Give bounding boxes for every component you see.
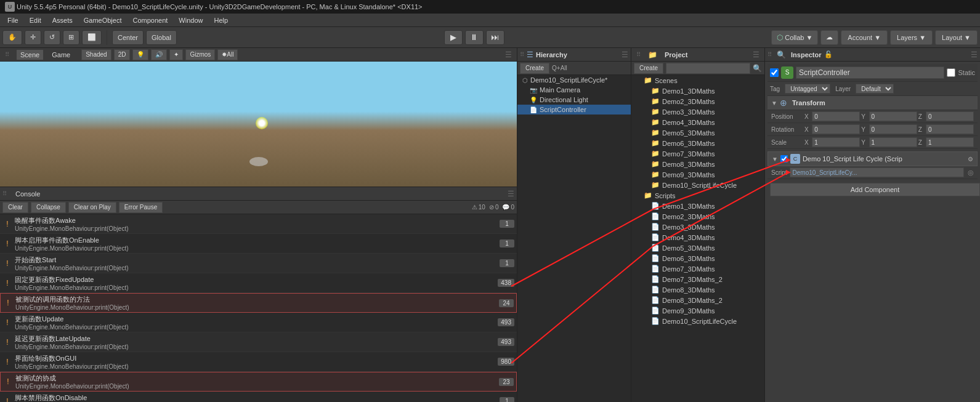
scale-x-input[interactable] [812, 137, 860, 147]
lock-icon[interactable]: 🔓 [824, 50, 833, 58]
hierarchy-menu-icon[interactable]: ☰ [622, 50, 628, 59]
object-active-checkbox[interactable] [770, 68, 779, 77]
component-active-checkbox[interactable] [780, 155, 788, 163]
menu-file[interactable]: File [2, 15, 23, 25]
project-item[interactable]: 📄Demo5_3DMaths [631, 243, 764, 253]
step-button[interactable]: ⏭ [486, 30, 504, 45]
position-x-input[interactable] [812, 111, 860, 121]
project-item[interactable]: 📄Demo7_3DMaths [631, 263, 764, 274]
menu-assets[interactable]: Assets [47, 15, 78, 25]
scale-tool-button[interactable]: ⊞ [63, 30, 79, 45]
project-item[interactable]: 📄Demo7_3DMaths_2 [631, 274, 764, 284]
project-item[interactable]: 📁Demo7_3DMaths [631, 148, 764, 159]
project-menu-icon[interactable]: ☰ [753, 50, 759, 59]
light-toggle[interactable]: 💡 [132, 49, 148, 60]
scene-view[interactable] [0, 62, 517, 187]
scene-tab[interactable]: Scene [17, 50, 43, 60]
console-menu-icon[interactable]: ☰ [508, 190, 514, 198]
rotate-tool-button[interactable]: ↺ [44, 30, 60, 45]
error-pause-button[interactable]: Error Pause [119, 202, 163, 213]
project-item[interactable]: 📄Demo4_3DMaths [631, 232, 764, 243]
project-item[interactable]: 📁Demo9_3DMaths [631, 169, 764, 180]
layers-button[interactable]: Layers ▼ [890, 30, 933, 45]
tag-dropdown[interactable]: Untagged [785, 84, 830, 94]
position-z-input[interactable] [926, 111, 974, 121]
audio-toggle[interactable]: 🔊 [151, 49, 167, 60]
rotation-x-input[interactable] [812, 124, 860, 134]
clear-button[interactable]: Clear [2, 202, 28, 213]
effects-toggle[interactable]: ✦ [169, 49, 183, 60]
move-tool-button[interactable]: ✛ [25, 30, 41, 45]
menu-help[interactable]: Help [209, 15, 233, 25]
collab-button[interactable]: ⬡ Collab ▼ [771, 30, 818, 45]
hand-tool-button[interactable]: ✋ [2, 30, 22, 45]
project-item[interactable]: 📁Demo1_3DMaths [631, 86, 764, 96]
panel-menu-icon[interactable]: ☰ [505, 50, 512, 59]
position-y-input[interactable] [869, 111, 917, 121]
project-item[interactable]: 📄Demo1_3DMaths [631, 201, 764, 211]
game-tab[interactable]: Game [48, 50, 74, 60]
project-item[interactable]: 📁Demo4_3DMaths [631, 117, 764, 127]
shaded-button[interactable]: Shaded [81, 49, 111, 60]
script-picker-icon[interactable]: ◎ [968, 169, 974, 177]
console-tab[interactable]: Console [12, 189, 44, 199]
hierarchy-item[interactable]: 📷Main Camera [517, 85, 631, 95]
project-item[interactable]: 📁Scenes [631, 75, 764, 86]
static-checkbox[interactable] [947, 68, 955, 77]
inspector-menu-icon[interactable]: ☰ [971, 50, 978, 59]
scale-y-input[interactable] [869, 137, 917, 147]
hierarchy-item[interactable]: ⬡Demo10_ScriptLifeCycle* [517, 75, 631, 85]
project-item[interactable]: 📄Demo8_3DMaths_2 [631, 295, 764, 305]
layer-dropdown[interactable]: Default [856, 84, 894, 94]
console-row[interactable]: !更新函数UpdateUnityEngine.MonoBehaviour:pri… [0, 313, 517, 332]
add-component-button[interactable]: Add Component [770, 183, 980, 196]
rect-tool-button[interactable]: ⬜ [82, 30, 102, 45]
global-button[interactable]: Global [146, 30, 177, 45]
console-row[interactable]: !延迟更新函数LateUpdateUnityEngine.MonoBehavio… [0, 332, 517, 352]
console-row[interactable]: !脚本启用事件函数OnEnableUnityEngine.MonoBehavio… [0, 234, 517, 254]
gizmos-button[interactable]: Gizmos [185, 49, 215, 60]
play-button[interactable]: ▶ [444, 30, 463, 45]
hierarchy-item[interactable]: 📄ScriptController [517, 105, 631, 115]
console-row[interactable]: !开始函数StartUnityEngine.MonoBehaviour:prin… [0, 254, 517, 273]
clear-on-play-button[interactable]: Clear on Play [68, 202, 116, 213]
project-item[interactable]: 📁Demo3_3DMaths [631, 107, 764, 117]
pause-button[interactable]: ⏸ [465, 30, 484, 45]
cloud-button[interactable]: ☁ [820, 30, 838, 45]
rotation-y-input[interactable] [869, 124, 917, 134]
project-item[interactable]: 📁Demo8_3DMaths [631, 159, 764, 169]
project-item[interactable]: 📁Demo10_ScriptLifeCycle [631, 180, 764, 190]
center-button[interactable]: Center [112, 30, 144, 45]
project-item[interactable]: 📄Demo8_3DMaths [631, 284, 764, 295]
hierarchy-all-btn[interactable]: Q+All [552, 65, 567, 71]
object-name-input[interactable] [796, 66, 944, 79]
account-button[interactable]: Account ▼ [841, 30, 888, 45]
all-tag-button[interactable]: ✸All [217, 49, 238, 60]
project-create-button[interactable]: Create [634, 63, 663, 74]
menu-window[interactable]: Window [174, 15, 208, 25]
menu-component[interactable]: Component [128, 15, 172, 25]
search-icon[interactable]: 🔍 [753, 64, 762, 73]
script-component-header[interactable]: ▼ C Demo 10_Script Life Cycle (Scrip ⚙ [767, 151, 978, 166]
project-item[interactable]: 📁Demo6_3DMaths [631, 138, 764, 148]
rotation-z-input[interactable] [926, 124, 974, 134]
console-body[interactable]: !唤醒事件函数AwakeUnityEngine.MonoBehaviour:pr… [0, 214, 517, 402]
project-item[interactable]: 📄Demo2_3DMaths [631, 211, 764, 222]
layout-button[interactable]: Layout ▼ [935, 30, 978, 45]
console-row[interactable]: !被测试的协成UnityEngine.MonoBehaviour:print(O… [0, 372, 517, 392]
component-settings-icon[interactable]: ⚙ [968, 156, 973, 163]
project-item[interactable]: 📄Demo6_3DMaths [631, 253, 764, 263]
menu-edit[interactable]: Edit [25, 15, 46, 25]
project-item[interactable]: 📄Demo9_3DMaths [631, 305, 764, 316]
collapse-button[interactable]: Collapse [31, 202, 66, 213]
2d-button[interactable]: 2D [114, 49, 131, 60]
project-search-input[interactable] [666, 63, 750, 74]
hierarchy-item[interactable]: 💡Directional Light [517, 95, 631, 105]
console-row[interactable]: !脚本禁用函数OnDisableUnityEngine.MonoBehaviou… [0, 392, 517, 402]
script-file-input[interactable] [790, 167, 964, 177]
console-row[interactable]: !界面绘制函数OnGUIUnityEngine.MonoBehaviour:pr… [0, 352, 517, 372]
project-item[interactable]: 📁Scripts [631, 190, 764, 201]
project-item[interactable]: 📁Demo5_3DMaths [631, 127, 764, 138]
project-item[interactable]: 📁Demo2_3DMaths [631, 96, 764, 107]
project-item[interactable]: 📄Demo10_ScriptLifeCycle [631, 316, 764, 326]
